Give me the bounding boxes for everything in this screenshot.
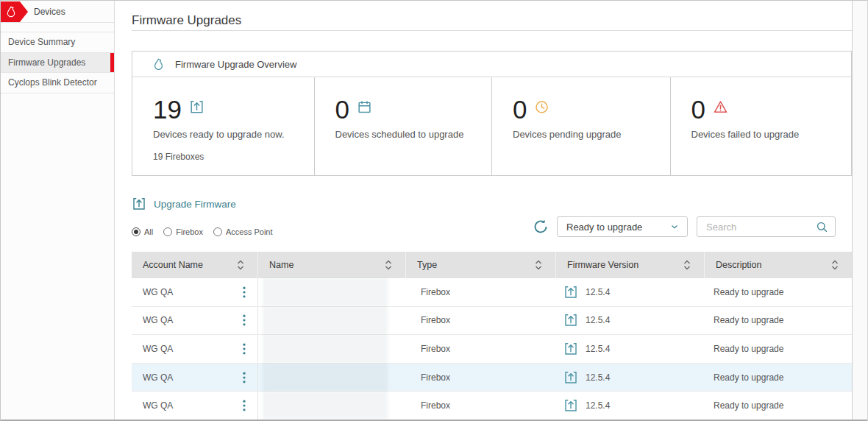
upgrade-firmware-button[interactable]: Upgrade Firmware xyxy=(132,197,236,211)
upload-icon xyxy=(563,342,578,356)
stat-label: Devices failed to upgrade xyxy=(691,129,852,140)
sidebar-item-firmware-upgrades[interactable]: Firmware Upgrades xyxy=(1,53,114,74)
search-input[interactable] xyxy=(706,222,815,233)
upload-icon xyxy=(132,197,146,211)
column-label: Name xyxy=(269,260,294,270)
firmware-version: 12.5.4 xyxy=(586,344,610,354)
sort-chevrons-icon[interactable] xyxy=(237,260,244,270)
sort-chevrons-icon[interactable] xyxy=(535,260,542,270)
kebab-menu-icon[interactable] xyxy=(241,283,247,301)
title-divider xyxy=(132,30,852,31)
table-body: WG QA Firebox 12.5.4 Ready to upgrade WG… xyxy=(132,278,852,420)
column-header-firmware-version[interactable]: Firmware Version xyxy=(556,252,705,278)
sidebar: Devices Device Summary Firmware Upgrades… xyxy=(1,1,115,421)
column-label: Firmware Version xyxy=(567,260,638,270)
overview-card-title: Firmware Upgrade Overview xyxy=(175,59,296,70)
upload-icon xyxy=(563,313,578,328)
sidebar-section-title: Devices xyxy=(34,7,65,17)
sort-chevrons-icon[interactable] xyxy=(385,260,392,270)
type-cell: Firebox xyxy=(406,364,556,392)
table-row[interactable]: WG QA Firebox 12.5.4 Ready to upgrade xyxy=(132,364,852,392)
brand-flag xyxy=(1,1,28,22)
firmware-version-cell: 12.5.4 xyxy=(556,307,705,335)
radio-icon xyxy=(163,227,172,236)
description-cell: Ready to upgrade xyxy=(705,392,852,420)
chevron-down-icon xyxy=(669,222,680,232)
account-cell: WG QA xyxy=(132,392,258,420)
firmware-overview-card: Firmware Upgrade Overview 19 Devices rea… xyxy=(132,51,852,176)
radio-icon xyxy=(213,227,222,236)
account-name: WG QA xyxy=(143,344,173,354)
status-filter-dropdown[interactable]: Ready to upgrade xyxy=(557,216,688,237)
table-row[interactable]: WG QA Firebox 12.5.4 Ready to upgrade xyxy=(132,392,852,420)
dropdown-selected-value: Ready to upgrade xyxy=(566,222,642,233)
search-icon[interactable] xyxy=(815,220,829,234)
account-cell: WG QA xyxy=(132,335,258,363)
column-header-description[interactable]: Description xyxy=(705,252,852,278)
kebab-menu-icon[interactable] xyxy=(241,340,247,358)
description-cell: Ready to upgrade xyxy=(705,278,852,306)
warning-triangle-icon xyxy=(713,99,728,115)
upload-icon xyxy=(189,99,204,115)
scrollbar-gutter[interactable] xyxy=(852,1,868,421)
flame-icon xyxy=(4,5,18,18)
refresh-button[interactable] xyxy=(532,218,551,237)
name-cell xyxy=(258,307,406,335)
table-row[interactable]: WG QA Firebox 12.5.4 Ready to upgrade xyxy=(132,335,852,364)
stat-value: 0 xyxy=(691,96,705,123)
redacted-device-name xyxy=(263,307,388,335)
column-label: Description xyxy=(716,260,762,270)
name-cell xyxy=(258,278,406,306)
overview-card-header: Firmware Upgrade Overview xyxy=(132,52,851,77)
firmware-version-cell: 12.5.4 xyxy=(556,392,705,420)
sort-chevrons-icon[interactable] xyxy=(683,260,691,270)
upload-icon xyxy=(563,398,578,413)
stat-failed-to-upgrade: 0 Devices failed to upgrade xyxy=(671,77,852,175)
sidebar-header: Devices xyxy=(1,1,114,23)
sidebar-item-cyclops-blink-detector[interactable]: Cyclops Blink Detector xyxy=(1,73,114,93)
name-cell xyxy=(258,335,406,363)
stat-sublabel: 19 Fireboxes xyxy=(153,152,314,162)
kebab-menu-icon[interactable] xyxy=(241,397,247,414)
column-header-name[interactable]: Name xyxy=(258,252,406,278)
search-box xyxy=(697,216,836,237)
main-content: Firmware Upgrades Firmware Upgrade Overv… xyxy=(115,1,852,421)
stat-label: Devices scheduled to upgrade xyxy=(335,129,492,140)
kebab-menu-icon[interactable] xyxy=(241,311,247,329)
sort-chevrons-icon[interactable] xyxy=(831,260,839,270)
name-cell xyxy=(258,392,406,420)
firmware-version: 12.5.4 xyxy=(586,400,610,411)
column-header-type[interactable]: Type xyxy=(406,252,556,278)
column-label: Type xyxy=(417,260,437,270)
stat-label: Devices pending upgrade xyxy=(513,129,670,140)
description-cell: Ready to upgrade xyxy=(705,335,852,363)
column-header-account-name[interactable]: Account Name xyxy=(132,252,258,278)
radio-access-point[interactable]: Access Point xyxy=(213,227,273,236)
account-name: WG QA xyxy=(143,372,173,383)
table-header-row: Account Name Name Type Firmware Version … xyxy=(132,252,852,278)
radio-firebox[interactable]: Firebox xyxy=(163,227,203,236)
table-row[interactable]: WG QA Firebox 12.5.4 Ready to upgrade xyxy=(132,278,852,307)
redacted-device-name xyxy=(263,335,388,363)
radio-label: Firebox xyxy=(176,227,203,236)
sidebar-item-label: Firmware Upgrades xyxy=(8,57,85,68)
name-cell xyxy=(258,364,406,392)
radio-all[interactable]: All xyxy=(132,227,153,236)
stat-value: 0 xyxy=(335,96,349,123)
sidebar-item-label: Device Summary xyxy=(8,37,75,47)
table-row[interactable]: WG QA Firebox 12.5.4 Ready to upgrade xyxy=(132,307,852,336)
stat-label: Devices ready to upgrade now. xyxy=(153,129,314,140)
firmware-version: 12.5.4 xyxy=(586,372,610,383)
radio-icon xyxy=(132,227,140,236)
sidebar-nav: Device Summary Firmware Upgrades Cyclops… xyxy=(1,32,114,93)
firmware-version-cell: 12.5.4 xyxy=(556,278,705,306)
sidebar-item-device-summary[interactable]: Device Summary xyxy=(1,32,114,53)
stat-value: 19 xyxy=(153,96,182,123)
stat-value: 0 xyxy=(513,96,527,123)
description-cell: Ready to upgrade xyxy=(705,364,852,392)
refresh-icon xyxy=(532,218,549,236)
kebab-menu-icon[interactable] xyxy=(241,369,247,386)
firmware-version: 12.5.4 xyxy=(586,287,610,297)
redacted-device-name xyxy=(263,392,388,420)
clock-icon xyxy=(534,99,549,115)
